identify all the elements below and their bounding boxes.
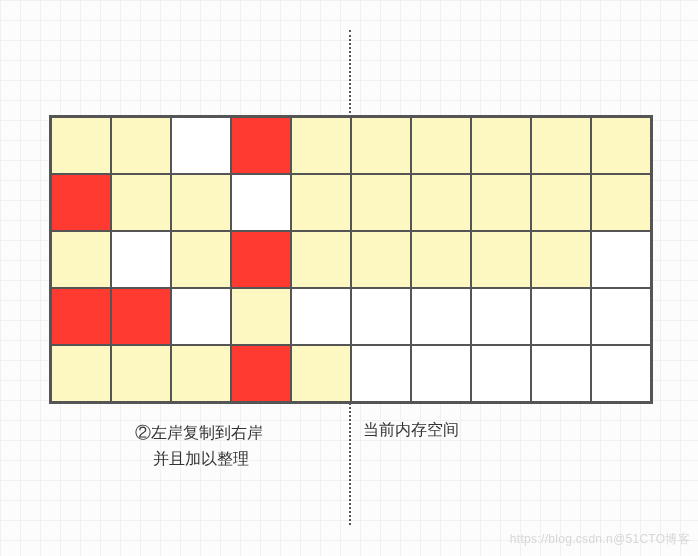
grid-cell	[291, 231, 351, 288]
watermark: https://blog.csdn.n@51CTO博客	[510, 531, 690, 548]
grid-cell	[51, 117, 111, 174]
caption-left-line1: ②左岸复制到右岸	[135, 420, 263, 446]
grid-cell	[351, 231, 411, 288]
caption-right: 当前内存空间	[363, 420, 459, 441]
grid-cell	[591, 231, 651, 288]
grid-cell	[111, 231, 171, 288]
grid-cell	[171, 288, 231, 345]
grid-cell	[111, 345, 171, 402]
grid-cell	[471, 345, 531, 402]
grid-cell	[111, 288, 171, 345]
grid-cell	[51, 174, 111, 231]
memory-grid	[49, 115, 653, 404]
caption-left: ②左岸复制到右岸 并且加以整理	[135, 420, 263, 471]
grid-cell	[531, 174, 591, 231]
grid-cell	[531, 345, 591, 402]
grid-cell	[531, 117, 591, 174]
grid-cell	[591, 174, 651, 231]
grid-cell	[231, 117, 291, 174]
grid-cell	[351, 174, 411, 231]
grid-cell	[411, 288, 471, 345]
grid-cell	[411, 174, 471, 231]
grid-cell	[471, 174, 531, 231]
grid-cell	[111, 117, 171, 174]
grid-cell	[171, 117, 231, 174]
grid-cell	[411, 345, 471, 402]
grid-cell	[51, 288, 111, 345]
grid-cell	[291, 345, 351, 402]
grid-cell	[471, 117, 531, 174]
grid-cell	[411, 117, 471, 174]
grid-cell	[51, 231, 111, 288]
caption-left-line2: 并且加以整理	[135, 446, 263, 472]
grid-cell	[531, 231, 591, 288]
grid-cell	[351, 345, 411, 402]
grid-cell	[591, 117, 651, 174]
grid-cell	[231, 174, 291, 231]
grid-cell	[51, 345, 111, 402]
grid-cell	[231, 288, 291, 345]
grid-cell	[231, 345, 291, 402]
grid-cell	[411, 231, 471, 288]
grid-cell	[531, 288, 591, 345]
grid-cell	[291, 174, 351, 231]
grid-cell	[291, 288, 351, 345]
grid-cell	[471, 288, 531, 345]
grid-cell	[591, 288, 651, 345]
grid-cell	[471, 231, 531, 288]
grid-cell	[171, 174, 231, 231]
grid-cell	[351, 117, 411, 174]
grid-cell	[171, 345, 231, 402]
grid-cell	[111, 174, 171, 231]
grid-cell	[291, 117, 351, 174]
grid-cell	[351, 288, 411, 345]
grid-cell	[591, 345, 651, 402]
grid-cell	[171, 231, 231, 288]
grid-cell	[231, 231, 291, 288]
